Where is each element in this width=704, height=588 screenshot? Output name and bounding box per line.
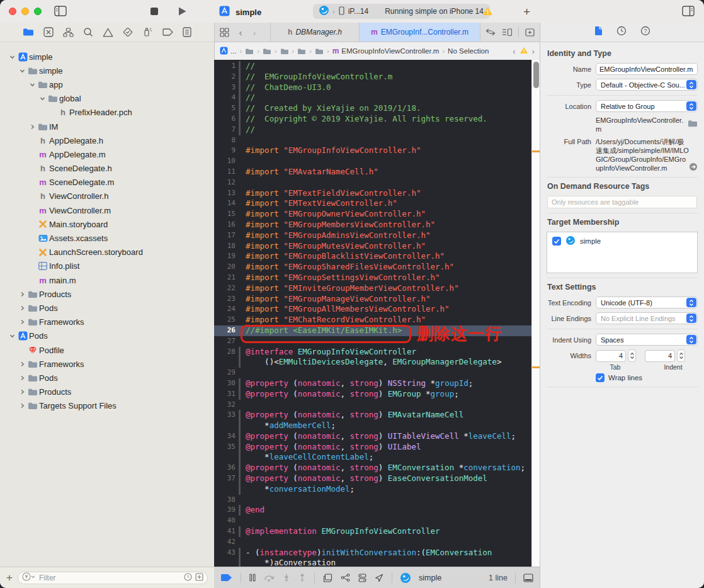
breadcrumb-ellipsis[interactable]: ... — [230, 47, 237, 55]
line-number[interactable]: 30 — [214, 378, 237, 389]
running-app-label[interactable]: simple — [419, 574, 441, 582]
code-line[interactable]: 1// — [214, 61, 531, 72]
folder-icon[interactable] — [688, 116, 698, 128]
line-number[interactable]: 26 — [214, 325, 237, 336]
line-number[interactable]: 13 — [214, 188, 237, 199]
line-number[interactable] — [214, 452, 237, 463]
find-navigator-icon[interactable] — [83, 27, 93, 37]
list-item[interactable]: Main.storyboard — [0, 217, 214, 231]
code-line[interactable]: *leaveCellContentLabel; — [214, 452, 531, 463]
disclosure-open-icon[interactable] — [38, 96, 47, 101]
code-line[interactable]: 3// ChatDemo-UI3.0 — [214, 82, 531, 93]
code-line[interactable]: 28@interface EMGroupInfoViewController — [214, 347, 531, 358]
resource-tags-field[interactable]: Only resources are taggable — [547, 196, 697, 208]
symbol-navigator-icon[interactable] — [63, 28, 74, 37]
line-number[interactable]: 41 — [214, 526, 237, 537]
line-number[interactable]: 3 — [214, 82, 237, 93]
code-line[interactable]: 42 — [214, 537, 531, 548]
line-number[interactable]: 35 — [214, 442, 237, 453]
code-line[interactable]: 4// — [214, 93, 531, 103]
disclosure-closed-icon[interactable] — [18, 291, 26, 297]
line-number[interactable]: 5 — [214, 103, 237, 114]
line-number[interactable]: 29 — [214, 368, 237, 378]
code-line[interactable]: 31@property (nonatomic, strong) EMGroup … — [214, 389, 531, 400]
list-item[interactable]: Pods — [0, 329, 214, 343]
list-item[interactable]: simple — [0, 64, 214, 77]
code-line[interactable]: 34@property (nonatomic, strong) UITableV… — [214, 431, 531, 442]
line-number[interactable]: 22 — [214, 283, 237, 294]
editor-options-icon[interactable] — [502, 28, 512, 37]
tab-width-stepper[interactable] — [628, 349, 636, 362]
editor-scrollbar[interactable] — [531, 60, 540, 567]
line-number[interactable] — [214, 558, 237, 567]
prev-issue-icon[interactable]: ‹ — [513, 47, 515, 56]
location-dropdown[interactable]: Relative to Group — [596, 100, 698, 112]
recent-files-icon[interactable] — [184, 573, 192, 583]
toggle-inspector-icon[interactable] — [682, 6, 695, 16]
issue-navigator-icon[interactable] — [103, 28, 113, 37]
disclosure-closed-icon[interactable] — [18, 389, 26, 395]
list-item[interactable]: IM — [0, 120, 214, 133]
next-issue-icon[interactable]: › — [532, 47, 535, 56]
disclosure-open-icon[interactable] — [8, 333, 16, 339]
code-line[interactable]: 10 — [214, 156, 531, 167]
line-number[interactable] — [214, 357, 237, 368]
add-file-button[interactable]: + — [6, 572, 13, 584]
line-number[interactable]: 25 — [214, 315, 237, 325]
code-line[interactable]: 13#import "EMTextFieldViewController.h" — [214, 188, 531, 199]
view-hierarchy-icon[interactable] — [323, 574, 332, 582]
code-line[interactable]: 2// EMGroupInfoViewController.m — [214, 72, 531, 82]
code-editor[interactable]: 1//2// EMGroupInfoViewController.m3// Ch… — [214, 60, 531, 567]
code-line[interactable]: 14#import "EMTextViewController.h" — [214, 198, 531, 209]
step-out-icon[interactable] — [298, 574, 306, 582]
indent-width-field[interactable]: 4 — [645, 350, 675, 362]
list-item[interactable]: mViewController.m — [0, 203, 214, 217]
line-number[interactable] — [214, 484, 237, 495]
zoom-window-button[interactable] — [34, 8, 42, 15]
code-line[interactable]: 37@property (nonatomic, strong) EaseConv… — [214, 473, 531, 484]
line-number[interactable]: 21 — [214, 273, 237, 283]
history-inspector-icon[interactable] — [616, 26, 627, 38]
disclosure-closed-icon[interactable] — [18, 361, 26, 367]
line-number[interactable]: 18 — [214, 241, 237, 252]
line-number[interactable]: 27 — [214, 336, 237, 347]
code-line[interactable]: 35@property (nonatomic, strong) UILabel — [214, 442, 531, 453]
project-icon[interactable] — [220, 47, 228, 56]
line-number[interactable]: 2 — [214, 72, 237, 82]
list-item[interactable]: Pods — [0, 301, 214, 315]
line-number[interactable]: 12 — [214, 178, 237, 188]
line-endings-dropdown[interactable]: No Explicit Line Endings — [596, 312, 698, 324]
code-line[interactable]: 11#import "EMAvatarNameCell.h" — [214, 167, 531, 178]
code-line[interactable]: *conversationModel; — [214, 484, 531, 495]
line-number[interactable]: 20 — [214, 262, 237, 273]
folder-icon[interactable] — [263, 48, 271, 55]
line-number[interactable]: 8 — [214, 135, 237, 146]
code-line[interactable]: 29 — [214, 368, 531, 378]
list-item[interactable]: hSceneDelegate.h — [0, 162, 214, 176]
memory-graph-icon[interactable] — [341, 574, 350, 582]
file-inspector-icon[interactable] — [594, 26, 603, 38]
filter-field[interactable]: Filter — [18, 572, 208, 584]
code-line[interactable]: 21#import "EMGroupSettingsViewController… — [214, 273, 531, 283]
code-line[interactable]: 41@implementation EMGroupInfoViewControl… — [214, 526, 531, 537]
code-review-icon[interactable] — [485, 28, 496, 36]
line-number[interactable]: 9 — [214, 145, 237, 156]
code-line[interactable]: 36@property (nonatomic, strong) EMConver… — [214, 463, 531, 473]
arrow-circle-icon[interactable] — [689, 162, 698, 172]
code-line[interactable]: 30@property (nonatomic, strong) NSString… — [214, 378, 531, 389]
tab-dbmanager[interactable]: h DBManager.h — [270, 23, 360, 42]
stop-button[interactable] — [150, 7, 159, 16]
list-item[interactable]: LaunchScreen.storyboard — [0, 246, 214, 259]
debug-navigator-icon[interactable] — [142, 27, 152, 37]
list-item[interactable]: hAppDelegate.h — [0, 133, 214, 147]
help-inspector-icon[interactable]: ? — [640, 26, 650, 38]
code-line[interactable]: 33@property (nonatomic, strong) EMAvatar… — [214, 410, 531, 421]
code-line[interactable]: 18#import "EMGroupMutesViewController.h" — [214, 241, 531, 252]
list-item[interactable]: app — [0, 77, 214, 91]
disclosure-closed-icon[interactable] — [18, 305, 26, 311]
run-button[interactable] — [178, 6, 187, 16]
toggle-console-icon[interactable] — [523, 574, 533, 582]
type-dropdown[interactable]: Default - Objective-C Sou... — [596, 79, 698, 91]
code-line[interactable]: 24#import "EMGroupAllMembersViewControll… — [214, 304, 531, 315]
list-item[interactable]: mSceneDelegate.m — [0, 176, 214, 189]
